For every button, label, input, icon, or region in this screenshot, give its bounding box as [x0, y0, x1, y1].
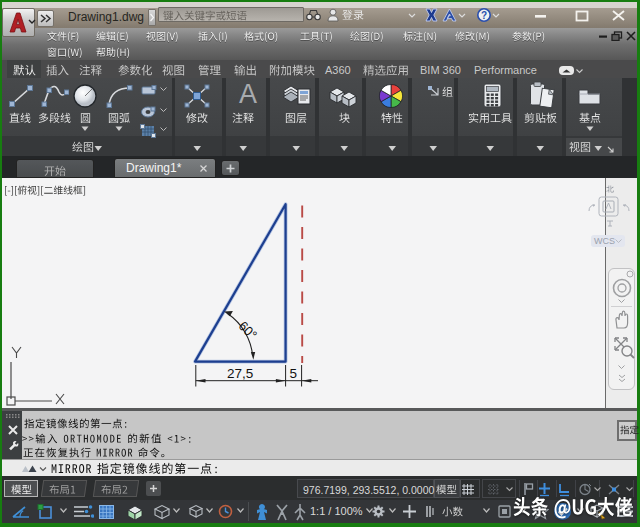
svg-text:?: ? [481, 10, 487, 21]
